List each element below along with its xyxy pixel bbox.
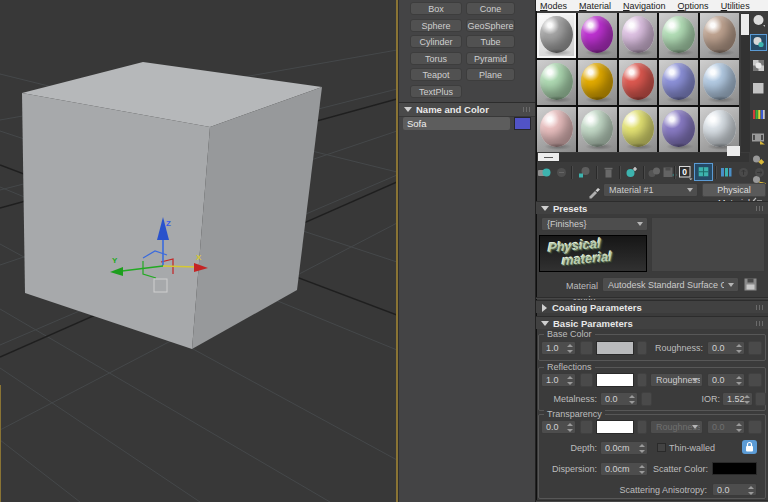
material-id-channel-icon[interactable]: 0 <box>678 165 693 180</box>
save-preset-icon[interactable] <box>743 277 758 292</box>
material-sample-slot[interactable] <box>578 107 617 152</box>
material-sample-slot[interactable] <box>578 60 617 105</box>
thin-walled-checkbox[interactable] <box>657 443 666 452</box>
box-object[interactable] <box>22 62 322 349</box>
background-icon[interactable] <box>751 58 766 73</box>
3d-viewport[interactable]: Z X Y <box>0 0 397 502</box>
sample-type-sphere-icon[interactable] <box>751 13 766 28</box>
base-color-weight-spinner[interactable]: 1.0 <box>541 341 576 355</box>
get-material-icon[interactable] <box>537 165 552 180</box>
material-sample-slot[interactable] <box>537 13 576 58</box>
object-name-input[interactable]: Sofa <box>403 117 510 130</box>
material-name-dropdown[interactable]: Material #1 <box>603 183 698 197</box>
make-unique-icon[interactable] <box>647 165 662 180</box>
base-roughness-spinner[interactable]: 0.0 <box>707 341 745 355</box>
scattering-anisotropy-spinner[interactable]: 0.0 <box>712 483 757 496</box>
button-torus[interactable]: Torus <box>410 52 462 65</box>
spinner-arrows-icon[interactable] <box>735 376 742 385</box>
menu-utilities[interactable]: Utilities <box>721 1 750 11</box>
button-box[interactable]: Box <box>410 2 462 15</box>
transparency-weight-spinner[interactable]: 0.0 <box>541 420 576 434</box>
metalness-spinner[interactable]: 0.0 <box>600 392 638 406</box>
button-tube[interactable]: Tube <box>466 35 515 48</box>
put-material-to-scene-icon[interactable] <box>554 165 569 180</box>
go-forward-to-sibling-icon[interactable] <box>752 165 767 180</box>
spinner-arrows-icon[interactable] <box>566 376 573 385</box>
reflection-weight-map-button[interactable] <box>580 373 593 387</box>
ior-map-button[interactable] <box>755 392 766 406</box>
scatter-color-swatch[interactable] <box>712 462 757 475</box>
pick-material-eyedropper-icon[interactable] <box>587 184 600 197</box>
slots-vertical-scrollbar-thumb[interactable] <box>741 14 749 35</box>
transparency-color-map-button[interactable] <box>637 420 647 434</box>
reflection-color-swatch[interactable] <box>596 373 634 387</box>
menu-material[interactable]: Material <box>579 1 611 11</box>
button-teapot[interactable]: Teapot <box>410 68 462 81</box>
button-cylinder[interactable]: Cylinder <box>410 35 462 48</box>
button-textplus[interactable]: TextPlus <box>410 85 462 98</box>
reflection-roughness-spinner[interactable]: 0.0 <box>707 373 745 387</box>
reflection-weight-spinner[interactable]: 1.0 <box>541 373 576 387</box>
go-to-parent-icon[interactable] <box>736 165 751 180</box>
spinner-arrows-icon[interactable] <box>735 344 742 353</box>
sample-sphere <box>622 63 655 100</box>
button-cone[interactable]: Cone <box>466 2 515 15</box>
rollout-name-and-color[interactable]: Name and Color <box>399 102 535 117</box>
button-pyramid[interactable]: Pyramid <box>466 52 515 65</box>
metalness-map-button[interactable] <box>641 392 652 406</box>
slots-horizontal-scrollbar[interactable] <box>537 153 749 162</box>
material-sample-slot[interactable] <box>659 107 698 152</box>
material-sample-slot[interactable] <box>537 107 576 152</box>
show-shaded-in-viewport-icon[interactable] <box>695 164 712 180</box>
make-material-copy-icon[interactable] <box>624 165 639 180</box>
spinner-arrows-icon[interactable] <box>566 423 573 432</box>
reset-map-icon[interactable] <box>601 165 616 180</box>
backlight-icon[interactable] <box>751 35 766 50</box>
generate-preview-icon[interactable] <box>751 130 766 145</box>
reflection-roughness-mode-dropdown[interactable]: Roughness <box>650 373 703 387</box>
preset-dropdown[interactable]: {Finishes} <box>541 217 648 231</box>
spinner-arrows-icon[interactable] <box>628 395 635 404</box>
menu-navigation[interactable]: Navigation <box>623 1 666 11</box>
material-sample-slot[interactable] <box>700 13 739 58</box>
material-type-button[interactable]: Physical Material <box>702 183 766 197</box>
material-sample-slot[interactable] <box>537 60 576 105</box>
rollout-coating-parameters[interactable]: Coating Parameters <box>536 300 768 313</box>
transparency-weight-map-button[interactable] <box>580 420 593 434</box>
material-mode-dropdown[interactable]: Autodesk Standard Surface Compliant <box>602 277 739 292</box>
material-sample-slot[interactable] <box>578 13 617 58</box>
reflection-roughness-map-button[interactable] <box>748 373 762 387</box>
menu-modes[interactable]: Modes <box>540 1 567 11</box>
button-geosphere[interactable]: GeoSphere <box>466 19 515 32</box>
spinner-arrows-icon[interactable] <box>566 344 573 353</box>
material-sample-slot[interactable] <box>619 60 658 105</box>
show-end-result-icon[interactable] <box>719 165 734 180</box>
material-sample-slot[interactable] <box>619 107 658 152</box>
base-color-weight-map-button[interactable] <box>580 341 593 355</box>
ior-spinner[interactable]: 1.52 <box>722 392 753 406</box>
rollout-presets[interactable]: Presets <box>536 201 768 214</box>
video-color-check-icon[interactable] <box>751 107 766 122</box>
rollout-basic-parameters[interactable]: Basic Parameters <box>536 316 768 329</box>
spinner-arrows-icon[interactable] <box>743 395 750 404</box>
reflection-color-map-button[interactable] <box>637 373 647 387</box>
material-sample-slot[interactable] <box>659 13 698 58</box>
spinner-arrows-icon[interactable] <box>747 486 754 495</box>
slots-scrollbar-corner[interactable] <box>727 146 740 156</box>
material-sample-slot[interactable] <box>700 60 739 105</box>
slots-horizontal-scrollbar-thumb[interactable] <box>538 153 559 161</box>
button-plane[interactable]: Plane <box>466 68 515 81</box>
material-sample-slot[interactable] <box>619 13 658 58</box>
base-color-swatch[interactable] <box>596 341 634 355</box>
lock-icon[interactable] <box>742 440 757 454</box>
object-color-swatch[interactable] <box>514 117 531 130</box>
menu-options[interactable]: Options <box>678 1 709 11</box>
button-sphere[interactable]: Sphere <box>410 19 462 32</box>
sample-uv-tiling-icon[interactable] <box>751 81 766 96</box>
transparency-color-swatch[interactable] <box>596 420 634 434</box>
assign-material-to-selection-icon[interactable] <box>577 165 592 180</box>
material-sample-slot[interactable] <box>659 60 698 105</box>
base-roughness-map-button[interactable] <box>748 341 762 355</box>
depth-spinner[interactable]: 0.0cm <box>600 441 648 455</box>
spinner-arrows-icon[interactable] <box>638 444 645 453</box>
